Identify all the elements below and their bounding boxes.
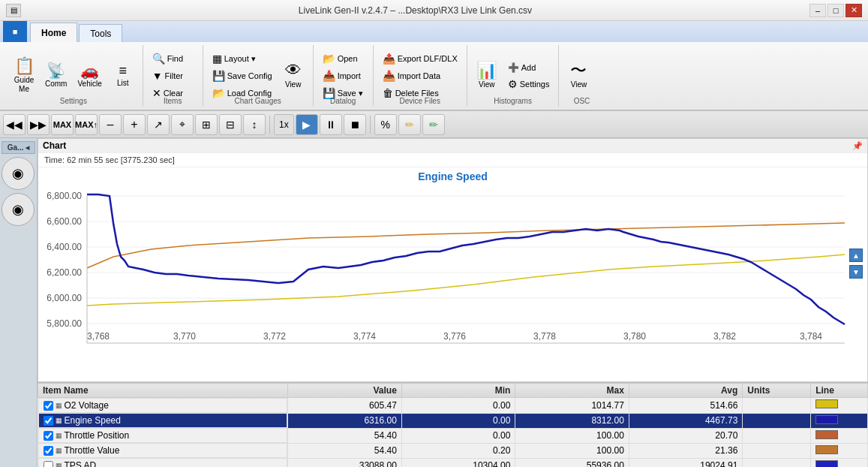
osc-view-button[interactable]: 〜 View [563,59,593,92]
filter-label: Filter [165,71,183,80]
vehicle-button[interactable]: 🚗 Vehicle [73,60,106,92]
save-config-label: Save Config [227,71,272,80]
chart-nav-down[interactable]: ▼ [849,265,863,279]
col-min[interactable]: Min [401,384,515,398]
gauge-2[interactable]: ◉ [2,193,35,226]
hist-view-label: View [479,80,495,89]
table-row[interactable]: ▦Engine Speed6316.000.008312.004467.73 [38,413,868,428]
tab-home[interactable]: Home [30,23,77,42]
toolbar-btn-a[interactable]: ⌖ [171,114,194,135]
comm-label: Comm [45,80,67,89]
pause-button[interactable]: ⏸ [320,114,342,135]
layout-button[interactable]: ▦ Layout ▾ [208,50,277,67]
hist-view-button[interactable]: 📊 View [472,59,502,92]
chart-panel: Chart 📌 Time: 62 min 55 sec [3775.230 se… [38,138,868,382]
svg-text:3,778: 3,778 [533,331,556,342]
chart-svg-container[interactable]: 6,800.00 6,600.00 6,400.00 6,200.00 6,00… [38,185,867,381]
row-line-color [811,428,868,443]
import-data-button[interactable]: 📥 Import Data [378,68,462,84]
speed-selector[interactable]: 1x [274,114,294,135]
hist-settings-label: Settings [520,80,550,89]
col-value[interactable]: Value [288,384,402,398]
svg-text:3,782: 3,782 [713,331,736,342]
row-check-cell: ▦Throttle Value [38,443,288,458]
row-checkbox[interactable] [44,446,53,456]
filter-button[interactable]: ▼ Filter [148,68,188,84]
app-menu-btn[interactable]: ▤ [6,4,21,17]
import-button[interactable]: 📥 Import [318,68,368,84]
import-data-icon: 📥 [383,70,395,82]
toolbar-btn-c[interactable]: ⊟ [219,114,242,135]
table-row[interactable]: ▦Throttle Value54.400.20100.0021.36 [38,443,868,458]
row-units [743,428,811,443]
hist-settings-button[interactable]: ⚙ Settings [503,76,554,92]
gauge-panel: Ga... ◂ ◉ ◉ [0,138,38,467]
title-bar: ▤ LiveLink Gen-II v.2.4.7 – ...Desktop\R… [0,0,868,21]
svg-text:6,400.00: 6,400.00 [47,242,82,252]
row-checkbox[interactable] [44,401,53,411]
toolbar-btn-2[interactable]: ▶▶ [27,114,50,135]
table-row[interactable]: ▦TPS AD33088.0010304.0055936.0019024.91 [38,458,868,467]
toolbar-sep-2 [370,116,371,134]
toolbar-btn-d[interactable]: ↕ [243,114,266,135]
chart-table-area: Chart 📌 Time: 62 min 55 sec [3775.230 se… [38,138,868,467]
chart-view-button[interactable]: 👁 View [278,59,308,92]
data-table: Item Name Value Min Max Avg Units Line ▦… [38,383,868,467]
toolbar-cursor[interactable]: ↗ [147,114,170,135]
row-checkbox[interactable] [44,416,53,426]
row-max: 55936.00 [515,458,629,467]
stop-button[interactable]: ⏹ [344,114,366,135]
export-dlf-icon: 📤 [383,53,395,65]
items-group-label: Items [143,97,203,105]
row-min: 0.00 [401,428,515,443]
chart-pin-icon[interactable]: 📌 [852,141,863,151]
row-checkbox[interactable] [44,431,53,441]
comm-icon: 📡 [47,63,65,78]
open-button[interactable]: 📂 Open [318,50,368,67]
toolbar-max2-btn[interactable]: MAX↑ [75,114,98,135]
find-icon: 🔍 [152,53,165,65]
svg-text:3,776: 3,776 [443,331,466,342]
device-group-label: Device Files [374,97,467,105]
toolbar-zoom-in[interactable]: + [123,114,146,135]
table-row[interactable]: ▦O2 Voltage605.470.001014.77514.66 [38,398,868,414]
play-button[interactable]: ▶ [296,114,318,135]
ribbon-group-hist: 📊 View ➕ Add ⚙ Settings Histograms [467,45,560,107]
close-btn[interactable]: ✕ [845,4,862,17]
guide-me-button[interactable]: 📋 GuideMe [9,55,39,97]
svg-text:6,600.00: 6,600.00 [47,216,82,227]
save-config-button[interactable]: 💾 Save Config [208,68,277,84]
row-value: 6316.00 [288,413,402,428]
chart-nav-up[interactable]: ▲ [849,249,863,262]
toolbar-btn-b[interactable]: ⊞ [195,114,218,135]
tab-tools[interactable]: Tools [79,24,122,42]
table-row[interactable]: ▦Throttle Position54.400.00100.0020.70 [38,428,868,443]
list-button[interactable]: ≡ List [108,61,138,91]
col-item-name[interactable]: Item Name [38,384,288,398]
hist-add-button[interactable]: ➕ Add [503,60,554,75]
comm-button[interactable]: 📡 Comm [41,60,71,92]
toolbar-percent[interactable]: % [374,114,397,135]
row-avg: 20.70 [629,428,743,443]
maximize-btn[interactable]: □ [827,4,844,17]
table-scroll[interactable]: Item Name Value Min Max Avg Units Line ▦… [38,383,868,467]
toolbar-btn-1[interactable]: ◀◀ [3,114,26,135]
row-checkbox[interactable] [44,461,53,468]
save-config-icon: 💾 [212,70,225,82]
row-units [743,443,811,458]
col-max[interactable]: Max [515,384,629,398]
find-button[interactable]: 🔍 Find [148,50,188,67]
toolbar-max-btn[interactable]: MAX [51,114,74,135]
col-avg[interactable]: Avg [629,384,743,398]
toolbar-zoom-out[interactable]: – [99,114,122,135]
export-dlf-button[interactable]: 📤 Export DLF/DLX [378,50,462,67]
toolbar-pen1[interactable]: ✏ [398,114,421,135]
col-line[interactable]: Line [811,384,868,398]
import-icon: 📥 [323,70,335,82]
gauge-1[interactable]: ◉ [2,157,35,190]
minimize-btn[interactable]: – [809,4,826,17]
toolbar-pen2[interactable]: ✏ [422,114,445,135]
window-controls: – □ ✕ [809,4,862,17]
ribbon-group-datalog: 📂 Open 📥 Import 💾 Save ▾ Datalog [314,45,374,107]
col-units[interactable]: Units [743,384,811,398]
